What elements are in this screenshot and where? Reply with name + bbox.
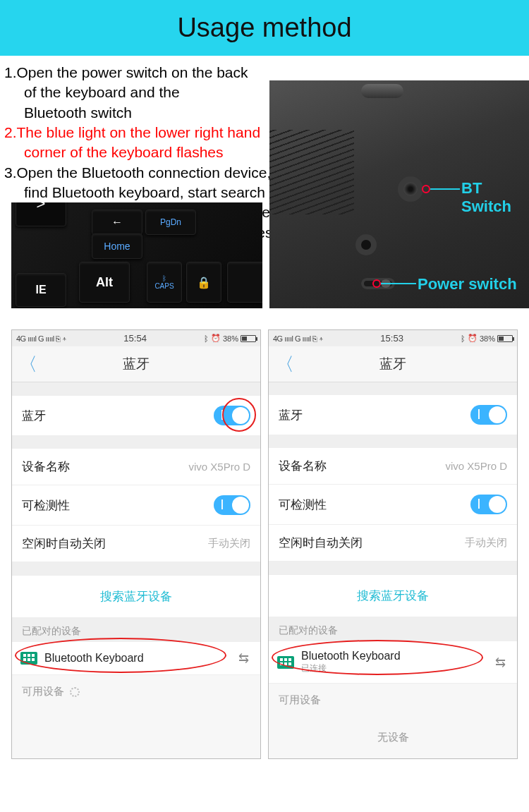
key-alt: Alt (79, 262, 130, 303)
loading-spinner-icon (70, 687, 80, 697)
status-icons: ⎘ ⍏ (312, 334, 324, 343)
phone-screenshots-row: 4G ııııl G ııııl ⎘ ⍏ 15:54 ᛒ ⏰ 38% 〈 蓝牙 … (0, 308, 529, 773)
discoverable-row[interactable]: 可检测性 (12, 485, 260, 526)
bluetooth-toggle-row[interactable]: 蓝牙 (12, 395, 260, 436)
keyboard-icon (20, 652, 37, 665)
nav-title: 蓝牙 (123, 355, 150, 373)
available-devices-label: 可用设备 (12, 675, 260, 708)
keyboard-photo: > ← PgDn Home Alt IE ᛒ CAPS 🔒 (11, 202, 262, 308)
power-switch-label: Power switch (418, 275, 517, 293)
battery-icon (497, 335, 513, 342)
device-name-value: vivo X5Pro D (188, 461, 250, 473)
device-settings-icon[interactable]: ⇆ (492, 655, 509, 670)
bt-annotation-dot (422, 185, 430, 193)
key-caps: ᛒ CAPS (147, 262, 182, 303)
key-blank (227, 262, 262, 303)
bt-icon: ᛒ (162, 274, 166, 282)
search-devices-link[interactable]: 搜索蓝牙设备 (269, 574, 517, 617)
key-ie: IE (16, 273, 66, 307)
available-devices-label: 可用设备 (269, 684, 517, 717)
toggle-on-icon[interactable] (214, 495, 250, 515)
bt-switch-label: BT Switch (461, 179, 529, 216)
bluetooth-label: 蓝牙 (279, 407, 303, 423)
power-annotation-dot (372, 279, 381, 288)
device-settings-icon[interactable]: ⇆ (236, 650, 252, 666)
auto-off-row[interactable]: 空闲时自动关闭 手动关闭 (269, 525, 517, 562)
back-button[interactable]: 〈 (276, 355, 294, 373)
battery-icon (241, 335, 256, 342)
caps-label: CAPS (154, 282, 174, 290)
battery-pct: 38% (480, 334, 495, 343)
bluetooth-icon: ᛒ (461, 334, 466, 343)
rubber-foot (361, 84, 403, 98)
toggle-on-icon[interactable] (470, 495, 507, 514)
available-label: 可用设备 (279, 693, 321, 707)
auto-off-label: 空闲时自动关闭 (22, 535, 106, 552)
toggle-on-icon[interactable] (214, 406, 250, 425)
status-bar: 4G ııııl G ııııl ⎘ ⍏ 15:53 ᛒ ⏰ 38% (269, 330, 517, 346)
status-right: ᛒ ⏰ 38% (461, 334, 513, 343)
nav-bar: 〈 蓝牙 (12, 346, 260, 382)
discoverable-label: 可检测性 (279, 497, 327, 513)
no-device-text: 无设备 (269, 717, 517, 758)
power-annotation-line (381, 283, 416, 284)
device-back-photo: BT Switch Power switch (269, 80, 529, 308)
status-time: 15:53 (323, 333, 461, 344)
status-bar: 4G ııııl G ııııl ⎘ ⍏ 15:54 ᛒ ⏰ 38% (12, 330, 260, 346)
auto-off-label: 空闲时自动关闭 (279, 535, 363, 551)
device-name-value: vivo X5Pro D (445, 460, 507, 472)
device-name-label: 设备名称 (22, 459, 70, 475)
key-lock: 🔒 (186, 262, 221, 303)
bluetooth-toggle-row[interactable]: 蓝牙 (269, 395, 517, 435)
available-label: 可用设备 (22, 685, 64, 698)
device-name-label: 设备名称 (279, 458, 327, 474)
alarm-icon: ⏰ (211, 334, 221, 343)
key-home: Home (92, 234, 142, 259)
header-title: Usage method (177, 13, 351, 42)
paired-device-row[interactable]: Bluetooth Keyboard 已连接 ⇆ (269, 641, 517, 684)
auto-off-value: 手动关闭 (208, 537, 250, 550)
device-name: Bluetooth Keyboard (44, 652, 229, 665)
discoverable-label: 可检测性 (22, 497, 70, 514)
vent-lines (269, 130, 354, 214)
reset-hole (361, 240, 371, 250)
status-time: 15:54 (66, 333, 204, 344)
nav-bar: 〈 蓝牙 (269, 346, 517, 382)
signal-text: 4G ııııl G ııııl (273, 334, 311, 343)
paired-section-label: 已配对的设备 (269, 617, 517, 641)
key-arrow-left: ← (92, 210, 142, 235)
device-name-row[interactable]: 设备名称 vivo X5Pro D (269, 448, 517, 485)
paired-device-row[interactable]: Bluetooth Keyboard ⇆ (12, 642, 260, 675)
key-pgdn: PgDn (145, 210, 196, 235)
search-devices-link[interactable]: 搜索蓝牙设备 (12, 575, 260, 618)
signal-text: 4G ııııl G ııııl (16, 334, 54, 343)
auto-off-value: 手动关闭 (465, 536, 507, 550)
discoverable-row[interactable]: 可检测性 (269, 485, 517, 525)
device-name: Bluetooth Keyboard (301, 650, 485, 662)
bluetooth-label: 蓝牙 (22, 408, 46, 424)
keyboard-icon (277, 656, 294, 669)
bt-switch-hole (403, 182, 418, 196)
battery-pct: 38% (223, 334, 238, 343)
status-signal: 4G ııııl G ııııl ⎘ ⍏ (273, 334, 323, 343)
nav-title: 蓝牙 (379, 355, 406, 373)
device-status: 已连接 (301, 662, 485, 674)
page-header: Usage method (0, 0, 529, 56)
phone-screenshot-right: 4G ııııl G ııııl ⎘ ⍏ 15:53 ᛒ ⏰ 38% 〈 蓝牙 … (268, 329, 518, 759)
bt-annotation-line (430, 188, 460, 190)
status-icons: ⎘ ⍏ (56, 334, 67, 343)
status-signal: 4G ııııl G ııııl ⎘ ⍏ (16, 334, 66, 343)
alarm-icon: ⏰ (468, 334, 478, 343)
status-right: ᛒ ⏰ 38% (204, 334, 256, 343)
key-arrow: > (16, 202, 66, 226)
back-button[interactable]: 〈 (19, 355, 37, 373)
auto-off-row[interactable]: 空闲时自动关闭 手动关闭 (12, 526, 260, 562)
phone-screenshot-left: 4G ııııl G ııııl ⎘ ⍏ 15:54 ᛒ ⏰ 38% 〈 蓝牙 … (11, 329, 261, 759)
device-name-row[interactable]: 设备名称 vivo X5Pro D (12, 449, 260, 485)
bluetooth-icon: ᛒ (204, 334, 209, 343)
paired-section-label: 已配对的设备 (12, 618, 260, 642)
toggle-on-icon[interactable] (470, 405, 507, 425)
top-section: 1.Open the power switch on the back of t… (0, 56, 529, 308)
